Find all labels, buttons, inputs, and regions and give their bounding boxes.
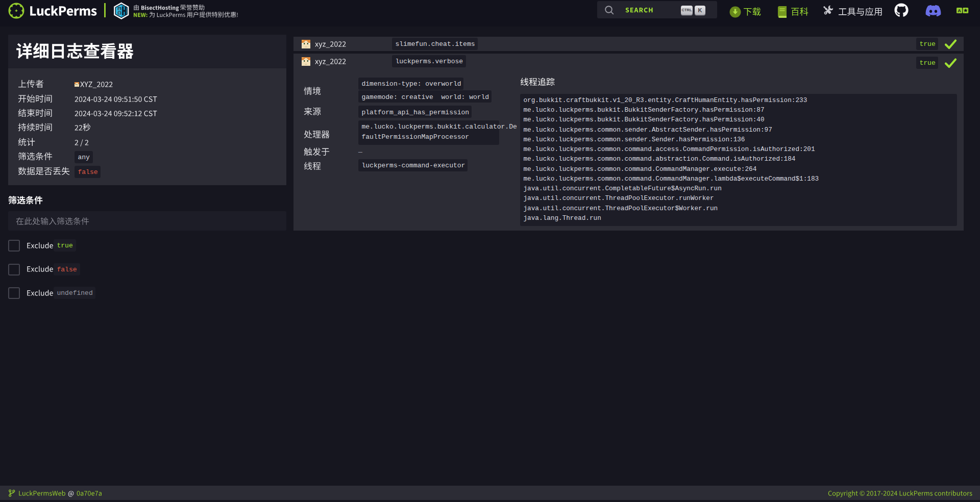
svg-text:A: A bbox=[958, 8, 961, 13]
